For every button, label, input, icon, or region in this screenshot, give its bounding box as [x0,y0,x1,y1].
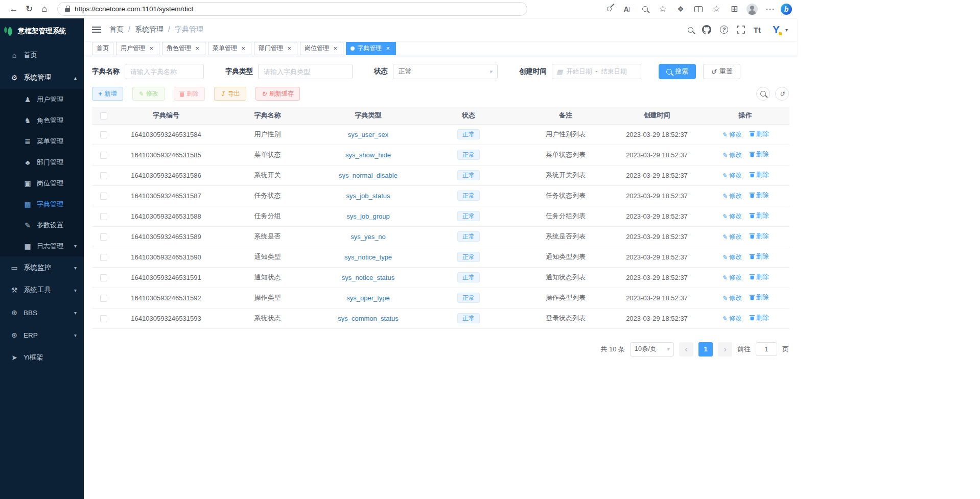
sidebar-item[interactable]: ✎ 参数设置 [0,215,84,235]
back-button[interactable] [6,2,21,17]
collections-icon[interactable] [727,2,741,17]
zoom-icon[interactable] [638,2,652,17]
row-delete-button[interactable]: 删除 [750,314,769,322]
row-checkbox[interactable] [100,152,107,159]
reload-button[interactable] [21,2,37,17]
page-number[interactable]: 1 [698,342,713,357]
row-edit-button[interactable]: 修改 [721,294,741,302]
row-edit-button[interactable]: 修改 [721,314,741,323]
select-all-checkbox[interactable] [100,112,107,120]
browser-menu-icon[interactable] [763,2,777,17]
sidebar-item[interactable]: ⊛ ERP ▾ [0,324,84,346]
row-checkbox[interactable] [100,213,107,220]
dict-type-link[interactable]: sys_notice_status [342,274,394,281]
dict-type-link[interactable]: sys_show_hide [345,151,391,159]
sidebar-item[interactable]: ▦ 日志管理 ▾ [0,235,84,256]
dict-type-link[interactable]: sys_job_status [346,192,390,200]
row-checkbox[interactable] [100,254,107,261]
sidebar-item[interactable]: ≣ 菜单管理 [0,131,84,152]
sidebar-item[interactable]: ⚒ 系统工具 ▾ [0,279,84,301]
row-edit-button[interactable]: 修改 [721,171,741,180]
tab-close-icon[interactable] [194,45,201,52]
password-key-icon[interactable] [602,2,616,17]
add-favorite-icon[interactable] [656,2,670,17]
sidebar-item[interactable]: ⊕ BBS ▾ [0,301,84,324]
goto-page-input[interactable] [756,342,777,356]
tab[interactable]: 首页 [92,42,113,55]
sidebar-item[interactable]: ▤ 字典管理 [0,194,84,215]
page-size-select[interactable]: 10条/页 [630,342,674,357]
row-delete-button[interactable]: 删除 [750,130,769,138]
tab-close-icon[interactable] [384,45,391,52]
sidebar-toggle-button[interactable] [92,29,101,30]
row-edit-button[interactable]: 修改 [721,212,741,221]
sidebar-item[interactable]: ♟ 用户管理 [0,89,84,110]
row-checkbox[interactable] [100,274,107,281]
browser-essentials-icon[interactable] [673,2,688,17]
row-checkbox[interactable] [100,193,107,200]
github-icon[interactable] [702,25,711,34]
sidebar-item[interactable]: ➤ Yi框架 [0,346,84,369]
sidebar-item[interactable]: ⌂ 首页 [0,44,84,66]
toggle-search-button[interactable] [756,87,770,101]
dict-type-link[interactable]: sys_common_status [338,315,399,322]
sidebar-item[interactable]: ▭ 系统监控 ▾ [0,256,84,279]
read-aloud-icon[interactable] [620,2,634,17]
tab-close-icon[interactable] [286,45,293,52]
row-delete-button[interactable]: 删除 [750,252,769,261]
split-screen-icon[interactable] [691,2,706,17]
user-avatar-logo[interactable] [769,23,783,36]
row-delete-button[interactable]: 删除 [750,293,769,302]
row-delete-button[interactable]: 删除 [750,171,769,179]
row-delete-button[interactable]: 删除 [750,211,769,220]
dict-type-link[interactable]: sys_normal_disable [339,172,398,179]
user-menu-caret-icon[interactable] [785,27,788,33]
add-button[interactable]: 新增 [92,87,123,101]
tab[interactable]: 岗位管理 [300,42,343,55]
tab[interactable]: 菜单管理 [208,42,251,55]
profile-avatar[interactable] [745,2,759,17]
breadcrumb-item[interactable]: 首页 [109,25,124,34]
dict-type-link[interactable]: sys_user_sex [348,131,388,138]
sidebar-item[interactable]: ♣ 部门管理 [0,152,84,173]
address-bar[interactable]: https://ccnetcore.com:1101/system/dict [57,2,527,16]
sidebar-item[interactable]: ♞ 角色管理 [0,110,84,131]
tab[interactable]: 部门管理 [254,42,297,55]
row-checkbox[interactable] [100,315,107,322]
refresh-cache-button[interactable]: 刷新缓存 [255,87,300,101]
row-edit-button[interactable]: 修改 [721,130,741,139]
dict-name-input[interactable] [125,64,204,79]
row-delete-button[interactable]: 删除 [750,273,769,281]
home-button[interactable] [37,2,52,17]
next-page-button[interactable] [718,342,732,357]
dict-type-link[interactable]: sys_job_group [346,212,390,220]
breadcrumb-item[interactable]: 系统管理 [124,25,164,34]
sidebar-item[interactable]: ▣ 岗位管理 [0,173,84,194]
row-checkbox[interactable] [100,172,107,179]
site-lock-icon[interactable] [65,8,70,12]
search-button[interactable]: 搜索 [659,64,696,79]
help-icon[interactable] [720,26,728,34]
breadcrumb-item[interactable]: 字典管理 [164,25,203,34]
search-icon[interactable] [688,27,693,33]
refresh-table-button[interactable] [775,87,789,101]
row-edit-button[interactable]: 修改 [721,273,741,282]
row-edit-button[interactable]: 修改 [721,151,741,159]
row-edit-button[interactable]: 修改 [721,253,741,262]
favorites-icon[interactable] [709,2,724,17]
font-size-icon[interactable] [754,26,761,34]
dict-type-link[interactable]: sys_oper_type [346,294,390,302]
dict-type-link[interactable]: sys_notice_type [344,253,392,261]
row-delete-button[interactable]: 删除 [750,232,769,241]
edit-button[interactable]: 修改 [132,87,165,101]
tab[interactable]: 用户管理 [116,42,159,55]
dict-type-input[interactable] [258,64,353,79]
row-edit-button[interactable]: 修改 [721,232,741,241]
row-edit-button[interactable]: 修改 [721,192,741,200]
dict-type-link[interactable]: sys_yes_no [351,233,386,241]
row-checkbox[interactable] [100,233,107,241]
row-delete-button[interactable]: 删除 [750,150,769,159]
tab[interactable]: 字典管理 [346,42,396,55]
sidebar-item[interactable]: ⚙ 系统管理 ▴ [0,66,84,89]
prev-page-button[interactable] [679,342,693,357]
